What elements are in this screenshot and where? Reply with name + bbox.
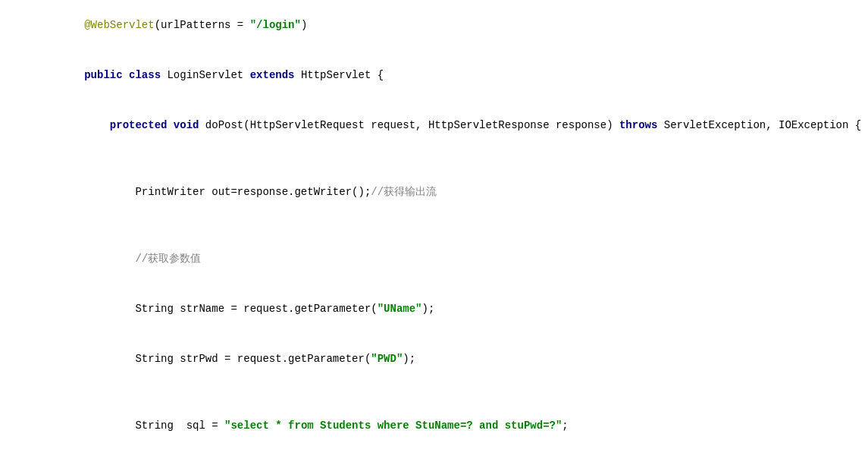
kw-void: void xyxy=(174,119,205,131)
code-line-12: pstmt = conn.prepareStatement(sql); xyxy=(0,451,868,462)
kw-extends: extends xyxy=(250,69,301,81)
line-content-12: pstmt = conn.prepareStatement(sql); xyxy=(27,451,868,462)
string-pwd: "PWD" xyxy=(371,353,403,365)
line-content-8: String strName = request.getParameter("U… xyxy=(27,284,868,334)
code-editor: @WebServlet(urlPatterns = "/login") publ… xyxy=(0,0,868,462)
line-content-1: @WebServlet(urlPatterns = "/login") xyxy=(27,0,868,50)
indent-5: PrintWriter out=response.getWriter(); xyxy=(84,186,371,198)
code-line-3: protected void doPost(HttpServletRequest… xyxy=(0,100,868,150)
kw-protected: protected xyxy=(110,119,174,131)
text-1b: ) xyxy=(301,19,307,31)
strname-line: String strName = request.getParameter( xyxy=(84,303,377,315)
class-name: LoginServlet xyxy=(167,69,249,81)
exceptions: ServletException, IOException { xyxy=(664,119,861,131)
line-content-2: public class LoginServlet extends HttpSe… xyxy=(27,50,868,100)
line-content-5: PrintWriter out=response.getWriter();//获… xyxy=(27,167,868,217)
sql-semicolon: ; xyxy=(562,420,568,432)
string-uname: "UName" xyxy=(378,303,422,315)
superclass: HttpServlet { xyxy=(301,69,384,81)
annotation-webservlet: @WebServlet xyxy=(84,19,154,31)
line-content-11: String sql = "select * from Students whe… xyxy=(27,401,868,451)
line-content-7: //获取参数值 xyxy=(27,234,868,284)
code-line-7: //获取参数值 xyxy=(0,234,868,284)
comment-1: //获得输出流 xyxy=(371,186,437,198)
code-line-5: PrintWriter out=response.getWriter();//获… xyxy=(0,167,868,217)
indent-3 xyxy=(84,119,110,131)
method-dopost: doPost(HttpServletRequest request, HttpS… xyxy=(205,119,619,131)
strpwd-end: ); xyxy=(403,353,415,365)
text-1a: (urlPatterns = xyxy=(155,19,250,31)
line-content-9: String strPwd = request.getParameter("PW… xyxy=(27,334,868,384)
code-line-8: String strName = request.getParameter("U… xyxy=(0,284,868,334)
code-line-1: @WebServlet(urlPatterns = "/login") xyxy=(0,0,868,50)
code-line-2: public class LoginServlet extends HttpSe… xyxy=(0,50,868,100)
string-sql: "select * from Students where StuName=? … xyxy=(224,420,562,432)
strpwd-line: String strPwd = request.getParameter( xyxy=(84,353,371,365)
kw-public: public xyxy=(84,69,129,81)
code-line-9: String strPwd = request.getParameter("PW… xyxy=(0,334,868,384)
code-line-11: String sql = "select * from Students whe… xyxy=(0,401,868,451)
sql-line-start: String sql = xyxy=(84,420,224,432)
code-line-10 xyxy=(0,384,868,401)
strname-end: ); xyxy=(422,303,435,315)
comment-2: //获取参数值 xyxy=(84,253,201,265)
code-line-4 xyxy=(0,150,868,167)
string-login: "/login" xyxy=(250,19,301,31)
code-line-6 xyxy=(0,217,868,234)
kw-class: class xyxy=(129,69,167,81)
kw-throws: throws xyxy=(619,119,664,131)
code-area: @WebServlet(urlPatterns = "/login") publ… xyxy=(0,0,868,462)
line-content-3: protected void doPost(HttpServletRequest… xyxy=(27,100,868,150)
